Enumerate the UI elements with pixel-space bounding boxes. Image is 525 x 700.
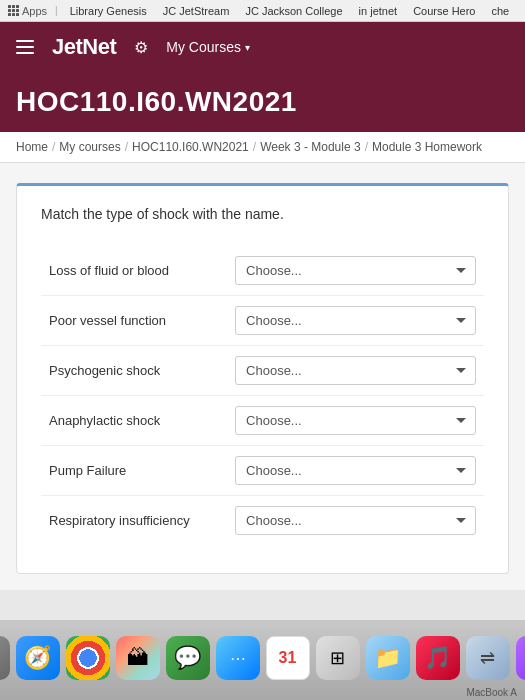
breadcrumb-week[interactable]: Week 3 - Module 3: [260, 140, 361, 154]
shock-select-4[interactable]: Choose...: [235, 456, 476, 485]
tab-library-genesis[interactable]: Library Genesis: [66, 5, 151, 17]
row-select-cell-0: Choose...: [227, 246, 484, 296]
dock: 🚀 🧭 🏔 💬 ⋯ 31 ⊞ 📁 🎵 ⇌ 🎙: [0, 620, 525, 700]
dock-messages[interactable]: 💬: [166, 636, 210, 680]
row-label-0: Loss of fluid or blood: [41, 246, 227, 296]
my-courses-nav[interactable]: My Courses ▾: [166, 39, 250, 55]
apps-tab-label: Apps: [22, 5, 47, 17]
dock-photos[interactable]: 🏔: [116, 636, 160, 680]
breadcrumb-course[interactable]: HOC110.I60.WN2021: [132, 140, 249, 154]
row-select-cell-1: Choose...: [227, 296, 484, 346]
table-row: Poor vessel functionChoose...: [41, 296, 484, 346]
main-content: Match the type of shock with the name. L…: [0, 163, 525, 590]
shock-select-1[interactable]: Choose...: [235, 306, 476, 335]
apps-tab[interactable]: Apps: [8, 5, 47, 17]
dock-rocket[interactable]: 🚀: [0, 636, 10, 680]
dock-files[interactable]: 📁: [366, 636, 410, 680]
macbook-label: MacBook A: [466, 687, 517, 698]
tab-course-hero[interactable]: Course Hero: [409, 5, 479, 17]
row-label-3: Anaphylactic shock: [41, 396, 227, 446]
table-row: Psychogenic shockChoose...: [41, 346, 484, 396]
dock-music[interactable]: 🎵: [416, 636, 460, 680]
row-label-2: Psychogenic shock: [41, 346, 227, 396]
tab-jetnet[interactable]: in jetnet: [355, 5, 402, 17]
dock-dots[interactable]: ⋯: [216, 636, 260, 680]
shock-select-2[interactable]: Choose...: [235, 356, 476, 385]
chevron-down-icon: ▾: [245, 42, 250, 53]
hamburger-menu[interactable]: [12, 36, 38, 58]
page-header: HOC110.I60.WN2021: [0, 72, 525, 132]
quiz-instruction: Match the type of shock with the name.: [41, 206, 484, 222]
quiz-card: Match the type of shock with the name. L…: [16, 183, 509, 574]
shock-select-0[interactable]: Choose...: [235, 256, 476, 285]
row-select-cell-2: Choose...: [227, 346, 484, 396]
table-row: Anaphylactic shockChoose...: [41, 396, 484, 446]
apps-grid-icon: [8, 5, 19, 16]
breadcrumb-mycourses[interactable]: My courses: [59, 140, 120, 154]
breadcrumb-current: Module 3 Homework: [372, 140, 482, 154]
breadcrumb: Home / My courses / HOC110.I60.WN2021 / …: [0, 132, 525, 163]
tab-jackson-college[interactable]: JC Jackson College: [241, 5, 346, 17]
dock-podcast[interactable]: 🎙: [516, 636, 526, 680]
dock-safari[interactable]: 🧭: [16, 636, 60, 680]
table-row: Pump FailureChoose...: [41, 446, 484, 496]
calendar-date: 31: [279, 650, 297, 666]
breadcrumb-home[interactable]: Home: [16, 140, 48, 154]
settings-icon[interactable]: ⚙: [130, 36, 152, 58]
dock-chrome[interactable]: [66, 636, 110, 680]
row-select-cell-4: Choose...: [227, 446, 484, 496]
table-row: Respiratory insufficiencyChoose...: [41, 496, 484, 546]
logo: JetNet: [52, 34, 116, 60]
table-row: Loss of fluid or bloodChoose...: [41, 246, 484, 296]
browser-tab-bar: Apps | Library Genesis JC JetStream JC J…: [0, 0, 525, 22]
row-select-cell-5: Choose...: [227, 496, 484, 546]
row-label-4: Pump Failure: [41, 446, 227, 496]
shock-select-3[interactable]: Choose...: [235, 406, 476, 435]
page-title: HOC110.I60.WN2021: [16, 86, 509, 118]
dock-launchpad[interactable]: ⊞: [316, 636, 360, 680]
tab-jetstream[interactable]: JC JetStream: [159, 5, 234, 17]
row-label-1: Poor vessel function: [41, 296, 227, 346]
row-label-5: Respiratory insufficiency: [41, 496, 227, 546]
dock-calendar[interactable]: 31: [266, 636, 310, 680]
navbar: JetNet ⚙ My Courses ▾: [0, 22, 525, 72]
shock-select-5[interactable]: Choose...: [235, 506, 476, 535]
dock-migrate[interactable]: ⇌: [466, 636, 510, 680]
row-select-cell-3: Choose...: [227, 396, 484, 446]
matching-table: Loss of fluid or bloodChoose...Poor vess…: [41, 246, 484, 545]
my-courses-label: My Courses: [166, 39, 241, 55]
tab-che[interactable]: che: [487, 5, 513, 17]
